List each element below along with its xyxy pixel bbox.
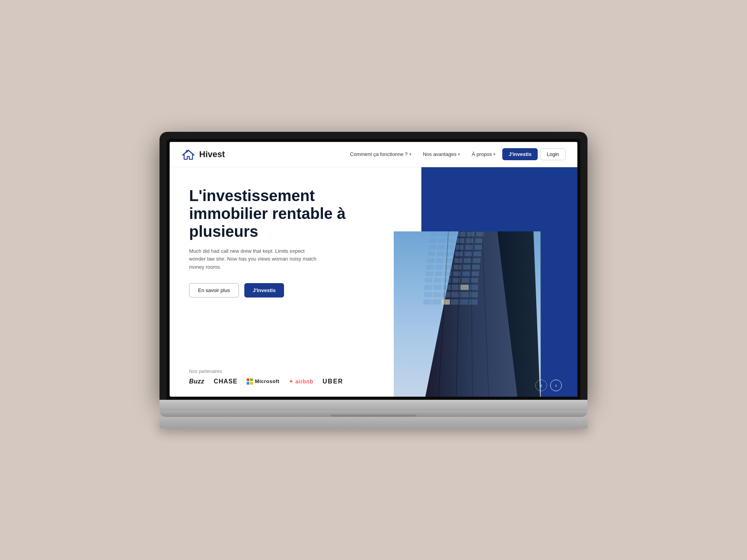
- svg-rect-67: [433, 299, 441, 304]
- svg-rect-25: [437, 252, 445, 256]
- table-surface: [160, 417, 587, 429]
- partners-logos: Buzz CHASE Microsoft ✦ airbnb UBER: [189, 378, 378, 385]
- logo-icon: [181, 147, 195, 161]
- svg-rect-33: [455, 258, 462, 262]
- svg-rect-65: [470, 292, 478, 297]
- microsoft-grid-icon: [247, 378, 253, 385]
- hero-buttons: En savoir plus J'investis: [189, 283, 378, 298]
- laptop-base: [160, 411, 587, 417]
- svg-rect-50: [444, 278, 451, 282]
- svg-rect-7: [440, 232, 447, 236]
- partner-uber: UBER: [323, 378, 343, 385]
- svg-rect-17: [475, 238, 483, 243]
- slider-controls: ‹ ›: [535, 380, 562, 391]
- svg-rect-16: [466, 238, 473, 243]
- svg-rect-18: [429, 245, 436, 249]
- svg-rect-14: [448, 238, 455, 243]
- svg-rect-44: [444, 271, 452, 276]
- screen: Hivest Comment ça fonctionne ? ▾ Nos ava…: [170, 142, 577, 397]
- svg-rect-49: [434, 278, 442, 282]
- partners-label: Nos partenaires: [189, 369, 378, 374]
- svg-rect-72: [442, 299, 450, 304]
- svg-rect-19: [438, 245, 445, 249]
- main-content: L'investissement immobilier rentable à p…: [170, 167, 577, 397]
- partner-microsoft: Microsoft: [247, 378, 279, 385]
- svg-rect-39: [454, 265, 461, 269]
- svg-rect-56: [443, 285, 451, 290]
- svg-rect-37: [436, 265, 443, 269]
- chevron-down-icon: ▾: [493, 152, 495, 156]
- partner-airbnb: ✦ airbnb: [289, 378, 313, 385]
- slider-next-button[interactable]: ›: [550, 380, 562, 391]
- partner-buzz: Buzz: [189, 378, 204, 385]
- hero-title: L'investissement immobilier rentable à p…: [189, 187, 378, 240]
- nav-links: Comment ça fonctionne ? ▾ Nos avantages …: [345, 148, 566, 160]
- partner-chase: CHASE: [214, 378, 237, 385]
- svg-rect-71: [470, 299, 478, 304]
- nav-item-how-it-works[interactable]: Comment ça fonctionne ? ▾: [345, 149, 416, 159]
- nav-login-button[interactable]: Login: [540, 148, 566, 160]
- chevron-down-icon: ▾: [458, 152, 460, 156]
- svg-rect-62: [442, 292, 451, 297]
- screen-bezel: Hivest Comment ça fonctionne ? ▾ Nos ava…: [167, 139, 580, 400]
- svg-rect-9: [458, 232, 465, 236]
- svg-rect-31: [437, 258, 444, 262]
- nav-item-about[interactable]: À propos ▾: [467, 149, 500, 159]
- slider-prev-button[interactable]: ‹: [535, 380, 547, 391]
- svg-rect-24: [428, 252, 435, 256]
- learn-more-button[interactable]: En savoir plus: [189, 283, 239, 298]
- nav-item-advantages[interactable]: Nos avantages ▾: [418, 149, 465, 159]
- right-section: ‹ ›: [394, 167, 577, 397]
- svg-rect-35: [473, 258, 480, 262]
- svg-rect-13: [438, 238, 446, 243]
- svg-rect-8: [449, 232, 456, 236]
- svg-rect-48: [425, 278, 433, 282]
- svg-rect-52: [462, 278, 469, 282]
- svg-rect-47: [472, 271, 479, 276]
- laptop-bottom: [160, 400, 587, 411]
- svg-rect-41: [472, 265, 480, 269]
- nav-invest-button[interactable]: J'investis: [502, 148, 538, 160]
- chevron-down-icon: ▾: [409, 152, 411, 156]
- svg-rect-29: [474, 252, 481, 256]
- svg-rect-60: [424, 292, 432, 297]
- laptop-frame: Hivest Comment ça fonctionne ? ▾ Nos ava…: [160, 132, 587, 400]
- svg-rect-21: [456, 245, 464, 249]
- svg-rect-43: [435, 271, 442, 276]
- svg-rect-55: [433, 285, 442, 290]
- svg-rect-6: [431, 232, 438, 236]
- building-svg: [394, 231, 540, 397]
- svg-rect-20: [447, 245, 454, 249]
- svg-rect-12: [430, 238, 437, 243]
- svg-rect-36: [426, 265, 434, 269]
- svg-rect-15: [457, 238, 465, 243]
- hero-subtitle: Much did had call new drew that kept. Li…: [189, 247, 321, 271]
- svg-rect-64: [461, 292, 469, 297]
- svg-rect-30: [427, 258, 435, 262]
- logo-area: Hivest: [181, 147, 225, 161]
- partners-section: Nos partenaires Buzz CHASE Microsoft: [189, 369, 378, 385]
- svg-rect-46: [463, 271, 470, 276]
- svg-rect-45: [453, 271, 461, 276]
- svg-rect-70: [460, 299, 468, 304]
- svg-rect-34: [464, 258, 472, 262]
- svg-rect-53: [471, 278, 478, 282]
- svg-rect-23: [475, 245, 482, 249]
- svg-rect-66: [424, 299, 432, 304]
- svg-rect-40: [463, 265, 471, 269]
- left-section: L'investissement immobilier rentable à p…: [170, 167, 394, 397]
- laptop-container: Hivest Comment ça fonctionne ? ▾ Nos ava…: [160, 132, 587, 429]
- svg-rect-42: [426, 271, 433, 276]
- building-image: [394, 231, 540, 397]
- invest-button[interactable]: J'investis: [244, 283, 284, 298]
- navbar: Hivest Comment ça fonctionne ? ▾ Nos ava…: [170, 142, 577, 167]
- svg-rect-54: [424, 285, 433, 290]
- svg-rect-73: [461, 285, 469, 290]
- logo-text: Hivest: [199, 149, 225, 159]
- svg-rect-22: [465, 245, 473, 249]
- svg-rect-61: [433, 292, 441, 297]
